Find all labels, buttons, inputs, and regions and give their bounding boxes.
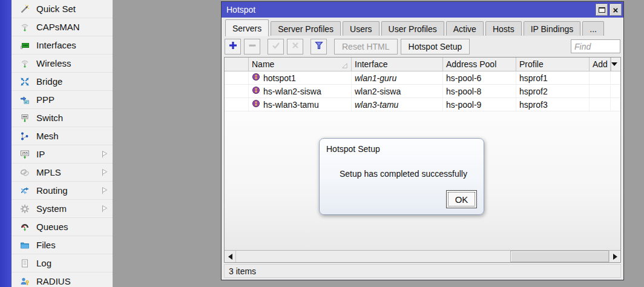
- column-header-name[interactable]: Name: [249, 58, 352, 71]
- sidebar-item-system[interactable]: System: [12, 200, 113, 218]
- tab-users[interactable]: Users: [343, 21, 380, 36]
- sidebar-item-label: Files: [36, 240, 56, 250]
- hotspot-window: Hotspot × ServersServer ProfilesUsersUse…: [221, 1, 624, 280]
- tab-user-profiles[interactable]: User Profiles: [381, 21, 444, 36]
- submenu-arrow-icon: [100, 168, 109, 177]
- window-titlebar[interactable]: Hotspot ×: [222, 2, 623, 18]
- sidebar-item-label: IP: [36, 149, 45, 159]
- tab-hosts[interactable]: Hosts: [485, 21, 522, 36]
- name-cell: hotspot1: [249, 71, 352, 84]
- table-row[interactable]: hs-wlan2-siswawlan2-siswahs-pool-8hsprof…: [225, 85, 620, 98]
- cross-icon: [291, 41, 300, 52]
- close-icon: ×: [613, 5, 619, 15]
- dialog-title: Hotspot Setup: [320, 139, 484, 154]
- tab-ip-bindings[interactable]: IP Bindings: [524, 21, 581, 36]
- name-cell: hs-wlan2-siswa: [249, 85, 352, 97]
- column-header-label: Interface: [355, 59, 387, 69]
- scrollbar-track[interactable]: [235, 251, 610, 262]
- column-header-label: Address Pool: [446, 59, 496, 69]
- column-header-profile[interactable]: Profile: [516, 58, 590, 71]
- filter-button[interactable]: [310, 39, 327, 54]
- interface-cell: wlan1-guru: [352, 71, 443, 84]
- close-button[interactable]: ×: [610, 4, 622, 16]
- sidebar-item-log[interactable]: Log: [12, 254, 113, 272]
- routing-icon: [19, 186, 31, 196]
- sidebar-item-label: Wireless: [36, 58, 71, 68]
- sidebar-item-mesh[interactable]: Mesh: [12, 127, 113, 145]
- sidebar-menu: Quick SetCAPsMANInterfacesWirelessBridge…: [12, 0, 113, 287]
- tab-server-profiles[interactable]: Server Profiles: [271, 21, 341, 36]
- row-selector-cell: [225, 85, 249, 97]
- maximize-button[interactable]: [596, 4, 608, 16]
- sidebar-item-files[interactable]: Files: [12, 236, 113, 254]
- interface-cell: wlan3-tamu: [352, 98, 443, 111]
- profile-cell: hsprof2: [516, 85, 590, 97]
- sidebar-item-bridge[interactable]: Bridge: [12, 73, 113, 91]
- sidebar-item-queues[interactable]: Queues: [12, 218, 113, 236]
- sidebar-item-capsman[interactable]: CAPsMAN: [12, 18, 113, 36]
- address-pool-cell-text: hs-pool-6: [446, 73, 481, 83]
- gauge-icon: [19, 222, 31, 232]
- reset-html-button[interactable]: Reset HTML: [334, 39, 398, 54]
- column-header-selector[interactable]: [225, 58, 249, 71]
- table-row[interactable]: hs-wlan3-tamuwlan3-tamuhs-pool-9hsprof3: [225, 98, 620, 111]
- address-pool-cell: hs-pool-9: [443, 98, 516, 111]
- add-button[interactable]: [225, 39, 241, 54]
- table-row[interactable]: hotspot1wlan1-guruhs-pool-6hsprof1: [225, 71, 620, 85]
- tab-servers[interactable]: Servers: [225, 19, 269, 36]
- sidebar-item-ip[interactable]: 255IP: [12, 145, 113, 163]
- column-header-address-pool[interactable]: Address Pool: [443, 58, 516, 71]
- profile-cell-text: hsprof1: [519, 73, 548, 83]
- sort-ascending-icon: [341, 61, 348, 68]
- sidebar-item-switch[interactable]: Switch: [12, 109, 113, 127]
- profile-cell: hsprof1: [516, 71, 590, 84]
- profile-cell: hsprof3: [516, 98, 590, 111]
- minus-icon: [248, 41, 257, 52]
- sidebar-item-label: CAPsMAN: [36, 22, 80, 32]
- row-spacer-cell: [611, 98, 620, 111]
- sidebar-item-label: Switch: [36, 113, 63, 123]
- profile-cell-text: hsprof2: [519, 87, 548, 96]
- log-icon: [19, 259, 31, 268]
- sidebar-item-label: Mesh: [36, 131, 59, 141]
- enable-button[interactable]: [268, 39, 284, 54]
- address-pool-cell-text: hs-pool-8: [446, 87, 481, 96]
- submenu-arrow-icon: [100, 150, 109, 159]
- column-header-spacer: [611, 58, 620, 71]
- sidebar-item-label: MPLS: [36, 167, 61, 177]
- mpls-icon: [19, 168, 31, 177]
- hotspot-server-icon: [252, 86, 260, 96]
- scrollbar-thumb[interactable]: [510, 251, 609, 262]
- scroll-left-button[interactable]: [225, 251, 235, 262]
- column-header-add[interactable]: Add: [590, 58, 611, 71]
- sidebar-item-label: Queues: [36, 222, 68, 232]
- horizontal-scrollbar[interactable]: [225, 250, 620, 262]
- radius-icon: [19, 277, 31, 286]
- add-cell: [590, 98, 611, 111]
- antenna-icon: [19, 22, 31, 32]
- sidebar-item-routing[interactable]: Routing: [12, 182, 113, 200]
- column-header-interface[interactable]: Interface: [352, 58, 443, 71]
- sidebar-item-label: Interfaces: [36, 40, 76, 50]
- add-cell: [590, 71, 611, 84]
- disable-button[interactable]: [287, 39, 303, 54]
- tab-more[interactable]: ...: [582, 21, 604, 36]
- sidebar-item-ppp[interactable]: PPP: [12, 91, 113, 109]
- ok-button[interactable]: OK: [446, 190, 477, 208]
- window-title: Hotspot: [226, 5, 594, 15]
- sidebar-item-quick-set[interactable]: Quick Set: [12, 0, 113, 18]
- find-input[interactable]: [571, 39, 620, 53]
- scroll-right-button[interactable]: [610, 251, 620, 262]
- bridge-icon: [19, 77, 31, 87]
- sidebar-item-mpls[interactable]: MPLS: [12, 163, 113, 182]
- sidebar-item-wireless[interactable]: Wireless: [12, 54, 113, 73]
- name-cell-text: hs-wlan2-siswa: [263, 87, 321, 96]
- sidebar-item-interfaces[interactable]: Interfaces: [12, 36, 113, 54]
- interface-cell-text: wlan3-tamu: [355, 100, 398, 110]
- remove-button[interactable]: [244, 39, 260, 54]
- hotspot-setup-button[interactable]: Hotspot Setup: [401, 39, 470, 54]
- sidebar-item-radius[interactable]: RADIUS: [12, 272, 113, 287]
- column-select-button[interactable]: [611, 58, 617, 71]
- tab-active[interactable]: Active: [446, 21, 484, 36]
- sidebar-item-label: RADIUS: [36, 276, 71, 286]
